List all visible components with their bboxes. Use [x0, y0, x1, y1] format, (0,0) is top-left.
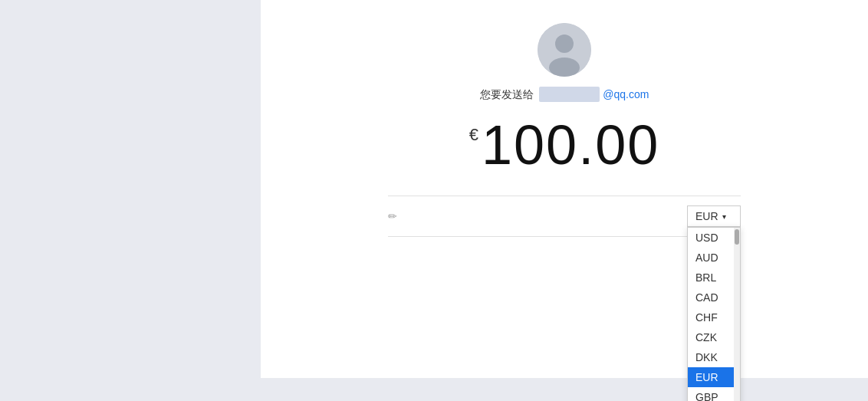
main-content: 您要发送给 @qq.com € 100.00 ✏ EUR ▾ USD AUD B… [261, 0, 868, 401]
amount-integer: 100 [482, 114, 578, 176]
email-domain: @qq.com [603, 88, 649, 100]
currency-item-gbp[interactable]: GBP [688, 387, 734, 401]
currency-item-chf[interactable]: CHF [688, 307, 734, 327]
currency-item-eur[interactable]: EUR [688, 367, 734, 387]
edit-icon[interactable]: ✏ [388, 210, 397, 222]
currency-list: USD AUD BRL CAD CHF CZK DKK EUR GBP [688, 228, 734, 401]
currency-dropdown: USD AUD BRL CAD CHF CZK DKK EUR GBP [687, 227, 741, 401]
amount-value: 100.00 [482, 117, 659, 173]
currency-item-cad[interactable]: CAD [688, 288, 734, 307]
amount-decimal: .00 [578, 114, 659, 176]
email-masked [539, 87, 600, 102]
currency-item-usd[interactable]: USD [688, 228, 734, 248]
bottom-panel [261, 378, 868, 401]
svg-point-2 [549, 58, 580, 77]
scrollbar-track[interactable] [734, 228, 740, 401]
avatar [538, 23, 591, 77]
currency-button[interactable]: EUR ▾ [687, 205, 741, 227]
currency-label: EUR [695, 210, 718, 222]
currency-item-dkk[interactable]: DKK [688, 347, 734, 367]
left-panel [0, 0, 261, 401]
currency-select-container: EUR ▾ USD AUD BRL CAD CHF CZK DKK EUR GB… [687, 205, 741, 227]
amount-display: € 100.00 [469, 117, 659, 173]
edit-row: ✏ EUR ▾ USD AUD BRL CAD CHF CZK DKK EUR [388, 196, 741, 236]
currency-symbol: € [469, 125, 478, 145]
avatar-container [538, 23, 591, 77]
currency-item-czk[interactable]: CZK [688, 327, 734, 347]
recipient-label: 您要发送给 @qq.com [480, 88, 649, 102]
scrollbar-thumb[interactable] [735, 229, 739, 245]
currency-item-aud[interactable]: AUD [688, 248, 734, 268]
currency-dropdown-inner: USD AUD BRL CAD CHF CZK DKK EUR GBP [688, 228, 740, 401]
svg-point-1 [555, 35, 574, 53]
currency-item-brl[interactable]: BRL [688, 268, 734, 288]
chevron-down-icon: ▾ [722, 212, 726, 221]
